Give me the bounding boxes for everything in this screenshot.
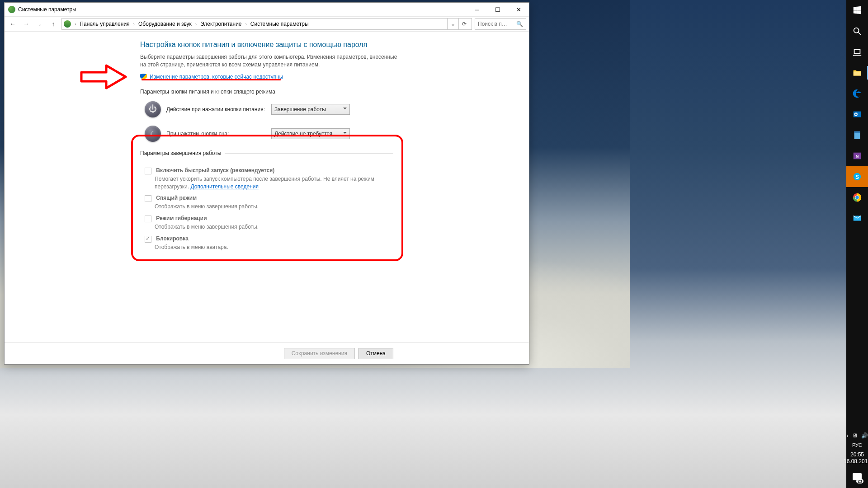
recent-dropdown[interactable]: ⌄ <box>34 19 45 29</box>
clock[interactable]: 20:55 16.08.2018 <box>844 450 868 467</box>
taskbar: N S ‹ 🖥 🔊 РУС 20:55 16.08.2018 23 <box>846 0 868 488</box>
chrome-taskbar[interactable] <box>846 187 868 208</box>
breadcrumb-control-panel[interactable]: Панель управления <box>78 20 131 28</box>
chrome-icon <box>852 192 862 202</box>
power-button-label: Действие при нажатии кнопки питания: <box>166 106 266 113</box>
address-bar[interactable]: › Панель управления › Оборудование и зву… <box>61 18 472 30</box>
mail-icon <box>852 213 862 223</box>
start-button[interactable] <box>846 0 868 21</box>
outlook-taskbar[interactable] <box>846 104 868 125</box>
save-changes-button[interactable]: Сохранить изменения <box>284 348 355 359</box>
tray-expand-icon[interactable]: ‹ <box>847 432 849 439</box>
annotation-underline <box>142 79 281 80</box>
power-icon: ⏻ <box>145 101 161 117</box>
search-icon: 🔍 <box>516 21 523 27</box>
task-view-icon <box>852 47 862 57</box>
svg-rect-2 <box>854 50 860 54</box>
forward-button[interactable]: → <box>21 19 32 29</box>
cancel-button[interactable]: Отмена <box>359 348 393 359</box>
network-icon[interactable]: 🖥 <box>852 432 858 439</box>
address-icon <box>64 20 71 28</box>
breadcrumb-hardware[interactable]: Оборудование и звук <box>137 20 193 28</box>
power-button-action-row: ⏻ Действие при нажатии кнопки питания: З… <box>145 101 502 117</box>
edge-icon <box>852 89 862 99</box>
clock-time: 20:55 <box>844 451 868 459</box>
power-button-action-dropdown[interactable]: Завершение работы <box>271 104 350 115</box>
refresh-button[interactable]: ⟳ <box>458 19 470 29</box>
chevron-right-icon: › <box>132 22 136 27</box>
page-heading: Настройка кнопок питания и включение защ… <box>140 41 502 49</box>
navigation-toolbar: ← → ⌄ ↑ › Панель управления › Оборудован… <box>5 16 529 32</box>
clock-date: 16.08.2018 <box>844 458 868 465</box>
search-icon <box>852 26 862 36</box>
language-indicator[interactable]: РУС <box>852 441 862 450</box>
notepad-taskbar[interactable] <box>846 125 868 145</box>
folder-icon <box>852 68 862 78</box>
skype-taskbar[interactable]: S <box>846 166 868 187</box>
search-input[interactable]: Поиск в п… 🔍 <box>475 18 526 30</box>
file-explorer-taskbar[interactable] <box>846 62 868 83</box>
svg-point-17 <box>855 196 859 199</box>
svg-line-1 <box>859 33 861 35</box>
footer-buttons: Сохранить изменения Отмена <box>5 342 529 364</box>
breadcrumb-system-settings[interactable]: Системные параметры <box>249 20 311 28</box>
address-dropdown-button[interactable]: ⌄ <box>447 19 458 29</box>
notification-count: 23 <box>856 479 863 483</box>
system-tray[interactable]: ‹ 🖥 🔊 <box>847 431 868 441</box>
annotation-arrow <box>81 63 127 95</box>
volume-icon[interactable]: 🔊 <box>861 432 868 439</box>
mail-taskbar[interactable] <box>846 208 868 229</box>
svg-text:N: N <box>856 154 859 159</box>
notepad-icon <box>852 130 862 140</box>
onenote-icon: N <box>852 151 862 161</box>
back-button[interactable]: ← <box>7 19 18 29</box>
chevron-right-icon: › <box>194 22 198 27</box>
svg-point-6 <box>855 113 857 115</box>
task-view-button[interactable] <box>846 42 868 62</box>
close-button[interactable]: ✕ <box>508 3 529 16</box>
power-options-icon <box>8 6 15 13</box>
svg-rect-8 <box>854 131 860 133</box>
titlebar[interactable]: Системные параметры ─ ☐ ✕ <box>5 3 529 16</box>
svg-text:S: S <box>855 174 859 180</box>
edge-taskbar[interactable] <box>846 83 868 104</box>
chevron-right-icon: › <box>74 22 77 27</box>
page-intro-text: Выберите параметры завершения работы для… <box>140 53 398 69</box>
search-placeholder: Поиск в п… <box>478 21 507 27</box>
svg-point-0 <box>854 28 859 33</box>
search-taskbar-button[interactable] <box>846 21 868 42</box>
outlook-icon <box>852 109 862 119</box>
up-button[interactable]: ↑ <box>48 19 59 29</box>
maximize-button[interactable]: ☐ <box>487 3 508 16</box>
power-buttons-section-label: Параметры кнопки питания и кнопки спящег… <box>140 89 393 95</box>
onenote-taskbar[interactable]: N <box>846 145 868 166</box>
minimize-button[interactable]: ─ <box>467 3 487 16</box>
skype-icon: S <box>852 172 862 182</box>
window-title: Системные параметры <box>18 6 76 13</box>
breadcrumb-power[interactable]: Электропитание <box>198 20 243 28</box>
action-center-button[interactable]: 23 <box>850 470 864 483</box>
chevron-right-icon: › <box>245 22 248 27</box>
windows-logo-icon <box>852 5 862 15</box>
